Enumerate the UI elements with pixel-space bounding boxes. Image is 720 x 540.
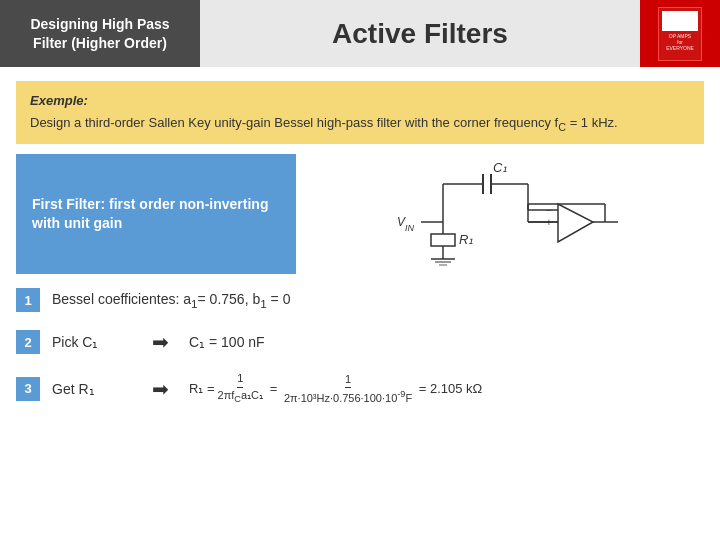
frac1: 1 2πfCa₁C₁ <box>218 372 263 404</box>
step-2-arrow: ➡ <box>152 330 169 354</box>
first-filter-label: First Filter: first order non-inverting … <box>32 195 280 234</box>
circuit-diagram: C₁ VIN R₁ <box>312 154 704 274</box>
svg-text:+: + <box>546 217 552 228</box>
circuit-svg: C₁ VIN R₁ <box>322 154 704 274</box>
frac2: 1 2π·10³Hz·0.756·100·10-9F <box>284 373 412 405</box>
frac1-num: 1 <box>237 372 243 387</box>
header-right: OP AMPSforEVERYONE <box>640 0 720 67</box>
formula-equals: = <box>266 381 281 396</box>
step-3-text: Get R₁ <box>52 381 132 397</box>
frac1-den: 2πfCa₁C₁ <box>218 388 263 405</box>
step-1-text: Bessel coefficientes: a1= 0.756, b1 = 0 <box>52 291 290 310</box>
step-3-arrow: ➡ <box>152 377 169 401</box>
c1-label: C₁ <box>493 160 507 175</box>
book-text: OP AMPSforEVERYONE <box>666 33 694 51</box>
step-3-row: 3 Get R₁ ➡ R₁ = 1 2πfCa₁C₁ = 1 2π·10³Hz·… <box>16 372 704 404</box>
step-1-row: 1 Bessel coefficientes: a1= 0.756, b1 = … <box>16 288 704 312</box>
content-area: First Filter: first order non-inverting … <box>16 154 704 274</box>
header-left-title: Designing High Pass Filter (Higher Order… <box>0 0 200 67</box>
svg-text:−: − <box>546 205 552 216</box>
step-2-row: 2 Pick C₁ ➡ C₁ = 100 nF <box>16 330 704 354</box>
step-3-number: 3 <box>16 377 40 401</box>
frac2-num: 1 <box>345 373 351 388</box>
book-cover: OP AMPSforEVERYONE <box>650 4 710 64</box>
example-text2: = 1 kHz. <box>566 115 618 130</box>
book-icon: OP AMPSforEVERYONE <box>658 7 702 61</box>
svg-text:VIN: VIN <box>397 215 415 233</box>
frac2-den: 2π·10³Hz·0.756·100·10-9F <box>284 388 412 405</box>
header: Designing High Pass Filter (Higher Order… <box>0 0 720 67</box>
left-title-text: Designing High Pass Filter (Higher Order… <box>12 15 188 51</box>
step-1-number: 1 <box>16 288 40 312</box>
step-3-formula: R₁ = 1 2πfCa₁C₁ = 1 2π·10³Hz·0.756·100·1… <box>189 372 482 404</box>
steps-area: 1 Bessel coefficientes: a1= 0.756, b1 = … <box>16 288 704 404</box>
example-subscript: C <box>558 120 566 132</box>
page-title: Active Filters <box>332 18 508 50</box>
step-2-text: Pick C₁ <box>52 334 132 350</box>
step-2-result: C₁ = 100 nF <box>189 334 265 350</box>
svg-rect-11 <box>431 234 455 246</box>
formula-result: = 2.105 kΩ <box>415 381 482 396</box>
first-filter-box: First Filter: first order non-inverting … <box>16 154 296 274</box>
formula-r1-eq: R₁ = <box>189 381 215 396</box>
header-center: Active Filters <box>200 0 640 67</box>
svg-marker-16 <box>558 204 593 242</box>
example-text-content: Design a third-order Sallen Key unity-ga… <box>30 115 558 130</box>
example-box: Exemple: Design a third-order Sallen Key… <box>16 81 704 144</box>
example-label: Exemple: <box>30 91 690 111</box>
step-2-number: 2 <box>16 330 40 354</box>
example-text: Design a third-order Sallen Key unity-ga… <box>30 113 690 135</box>
svg-text:R₁: R₁ <box>459 232 473 247</box>
